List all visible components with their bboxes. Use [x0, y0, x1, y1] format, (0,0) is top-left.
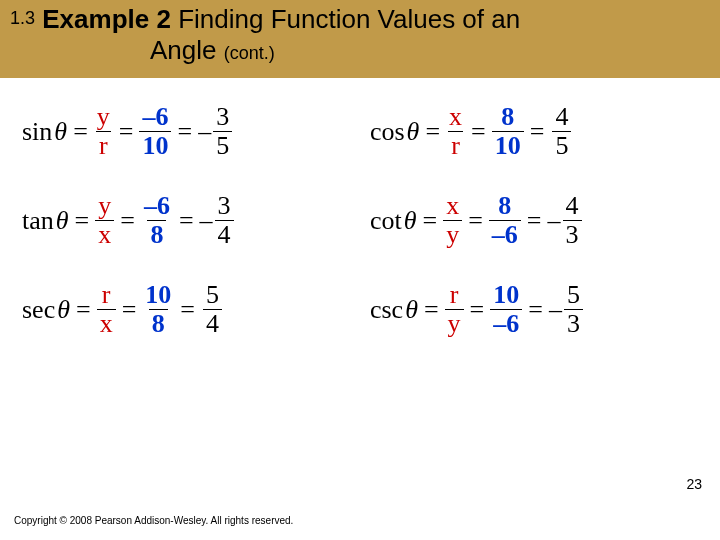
equals: =	[468, 206, 483, 236]
equals: =	[425, 117, 440, 147]
title-part-1: Finding Function Values of an	[171, 4, 520, 34]
den: x	[97, 309, 116, 337]
ratio-result: 4 3	[563, 193, 582, 248]
csc-equation: cscθ = r y = 10 –6 = – 5 3	[370, 282, 698, 337]
equals: =	[179, 206, 194, 236]
num: 5	[564, 282, 583, 309]
continued-label: (cont.)	[224, 43, 275, 63]
ratio-numeric: –6 8	[141, 193, 173, 248]
copyright-text: Copyright © 2008 Pearson Addison-Wesley.…	[14, 515, 293, 526]
ratio-numeric: 8 –6	[489, 193, 521, 248]
sign: –	[548, 206, 561, 236]
slide-header: 1.3 Example 2 Finding Function Values of…	[0, 0, 720, 78]
ratio-numeric: 8 10	[492, 104, 524, 159]
ratio-symbolic: y x	[95, 193, 114, 248]
ratio-symbolic: x r	[446, 104, 465, 159]
den: y	[445, 309, 464, 337]
den: 10	[139, 131, 171, 159]
equals: =	[422, 206, 437, 236]
theta: θ	[57, 295, 70, 325]
den: 10	[492, 131, 524, 159]
equals: =	[76, 295, 91, 325]
ratio-result: 4 5	[552, 104, 571, 159]
num: x	[443, 193, 462, 220]
equals: =	[180, 295, 195, 325]
den: y	[443, 220, 462, 248]
den: 8	[147, 220, 166, 248]
ratio-result: 3 4	[215, 193, 234, 248]
slide-content: sinθ = y r = –6 10 = – 3 5 cosθ = x r	[0, 78, 720, 337]
theta: θ	[54, 117, 67, 147]
num: 8	[498, 104, 517, 131]
ratio-symbolic: r y	[445, 282, 464, 337]
den: 8	[149, 309, 168, 337]
num: 10	[490, 282, 522, 309]
equals: =	[177, 117, 192, 147]
num: 3	[215, 193, 234, 220]
num: r	[99, 282, 114, 309]
tan-equation: tanθ = y x = –6 8 = – 3 4	[22, 193, 370, 248]
sign: –	[200, 206, 213, 236]
num: 8	[495, 193, 514, 220]
ratio-result: 3 5	[213, 104, 232, 159]
header-line-1: 1.3 Example 2 Finding Function Values of…	[10, 4, 710, 35]
cos-equation: cosθ = x r = 8 10 = 4 5	[370, 104, 698, 159]
num: 3	[213, 104, 232, 131]
sign: –	[198, 117, 211, 147]
equals: =	[119, 117, 134, 147]
ratio-result: 5 4	[203, 282, 222, 337]
equals: =	[471, 117, 486, 147]
num: –6	[141, 193, 173, 220]
theta: θ	[405, 295, 418, 325]
equals: =	[75, 206, 90, 236]
sign: –	[549, 295, 562, 325]
equals: =	[528, 295, 543, 325]
page-number: 23	[686, 476, 702, 492]
equals: =	[122, 295, 137, 325]
theta: θ	[404, 206, 417, 236]
den: 4	[215, 220, 234, 248]
den: 4	[203, 309, 222, 337]
num: y	[95, 193, 114, 220]
num: 5	[203, 282, 222, 309]
equals: =	[527, 206, 542, 236]
fn-name: sin	[22, 117, 52, 147]
fn-name: tan	[22, 206, 54, 236]
equals: =	[424, 295, 439, 325]
equation-row-2: tanθ = y x = –6 8 = – 3 4 cotθ = x y	[22, 193, 698, 248]
den: x	[95, 220, 114, 248]
ratio-numeric: 10 –6	[490, 282, 522, 337]
theta: θ	[407, 117, 420, 147]
section-number: 1.3	[10, 8, 35, 28]
num: r	[447, 282, 462, 309]
ratio-numeric: –6 10	[139, 104, 171, 159]
equals: =	[530, 117, 545, 147]
example-label: Example 2	[42, 4, 171, 34]
num: 10	[142, 282, 174, 309]
equals: =	[73, 117, 88, 147]
ratio-symbolic: r x	[97, 282, 116, 337]
header-line-2: Angle (cont.)	[10, 35, 710, 66]
equation-row-1: sinθ = y r = –6 10 = – 3 5 cosθ = x r	[22, 104, 698, 159]
den: r	[448, 131, 463, 159]
fn-name: cot	[370, 206, 402, 236]
den: –6	[490, 309, 522, 337]
fn-name: cos	[370, 117, 405, 147]
num: 4	[552, 104, 571, 131]
ratio-result: 5 3	[564, 282, 583, 337]
den: 5	[213, 131, 232, 159]
num: x	[446, 104, 465, 131]
den: 5	[552, 131, 571, 159]
cot-equation: cotθ = x y = 8 –6 = – 4 3	[370, 193, 698, 248]
den: 3	[563, 220, 582, 248]
equals: =	[470, 295, 485, 325]
title-part-2: Angle	[150, 35, 217, 65]
num: 4	[563, 193, 582, 220]
equals: =	[120, 206, 135, 236]
theta: θ	[56, 206, 69, 236]
num: y	[94, 104, 113, 131]
sec-equation: secθ = r x = 10 8 = 5 4	[22, 282, 370, 337]
ratio-symbolic: y r	[94, 104, 113, 159]
den: 3	[564, 309, 583, 337]
num: –6	[139, 104, 171, 131]
